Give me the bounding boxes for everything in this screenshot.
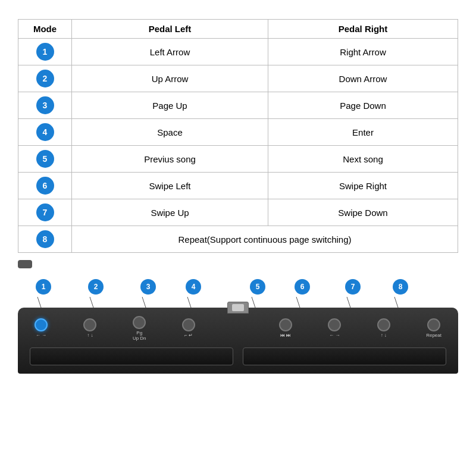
mode-cell: 4 [18,119,72,146]
col-header-mode: Mode [18,20,72,39]
svg-line-5 [296,297,300,308]
device-section: 12345678 ← →↑ ↓PgUp Dn⌐ ↵⏮ ⏭← →↑ ↓Repeat [18,274,458,374]
mode-cell: 2 [18,65,72,92]
button-circle-3 [133,316,146,329]
pedal-right-cell: Swipe Right [268,173,458,199]
mode-badge: 3 [36,96,54,114]
pedal-right-cell: Down Arrow [268,65,458,92]
device-badge-8: 8 [393,279,408,295]
mode-badge: 5 [36,150,54,168]
device-badge-1: 1 [36,279,51,295]
button-label-5: ⏮ ⏭ [280,333,291,339]
mode-badge: 7 [36,203,54,221]
table-row: 4SpaceEnter [18,119,458,146]
col-header-pedal-left: Pedal Left [72,20,268,39]
col-header-pedal-right: Pedal Right [268,20,458,39]
device-badge-6: 6 [295,279,310,295]
device-badge-label-7: 7 [345,279,361,295]
device-button-8[interactable]: Repeat [426,318,441,339]
table-row: 8Repeat(Support continuous page switchin… [18,226,458,253]
svg-line-1 [90,297,93,308]
mode-cell: 7 [18,199,72,226]
button-circle-5 [279,318,292,331]
svg-line-2 [142,297,146,308]
mode-cell: 8 [18,226,72,253]
pedal-left-cell: Swipe Up [72,199,268,226]
pedal-right-cell: Right Arrow [268,39,458,65]
device-badge-5: 5 [250,279,265,295]
pedal-left-cell: Left Arrow [72,39,268,65]
mode-badge: 8 [36,230,54,248]
pedal-right[interactable] [243,347,446,365]
button-label-3: PgUp Dn [133,331,146,342]
button-circle-1 [35,318,48,331]
svg-line-6 [347,297,350,308]
mode-badge: 2 [36,70,54,87]
device-badge-4: 4 [186,279,201,295]
mode-span-cell: Repeat(Support continuous page switching… [72,226,458,253]
device-button-5[interactable]: ⏮ ⏭ [279,318,292,339]
pedal-left-cell: Page Up [72,92,268,119]
mode-cell: 6 [18,173,72,199]
pedals-row [30,347,446,365]
pedal-right-cell: Swipe Down [268,199,458,226]
device-button-7[interactable]: ↑ ↓ [377,318,390,339]
mode-cell: 5 [18,146,72,173]
device-badge-label-5: 5 [250,279,265,295]
buttons-row: ← →↑ ↓PgUp Dn⌐ ↵⏮ ⏭← →↑ ↓Repeat [30,314,446,344]
mode-badge: 4 [36,123,54,141]
button-circle-8 [427,318,440,331]
pedal-right-cell: Page Down [268,92,458,119]
device-badge-3: 3 [140,279,156,295]
modes-table: Mode Pedal Left Pedal Right 1Left ArrowR… [18,19,458,253]
center-connector [227,302,249,314]
pedal-left-cell: Space [72,119,268,146]
device-button-1[interactable]: ← → [35,318,48,339]
pedal-right-cell: Next song [268,146,458,173]
button-circle-7 [377,318,390,331]
table-row: 3Page UpPage Down [18,92,458,119]
pedal-right-cell: Enter [268,119,458,146]
table-row: 1Left ArrowRight Arrow [18,39,458,65]
svg-line-4 [252,297,255,308]
device-badge-label-2: 2 [88,279,104,295]
device-button-3[interactable]: PgUp Dn [133,316,146,342]
svg-line-0 [37,297,41,308]
badge-row: 12345678 [24,274,452,297]
mode-cell: 1 [18,39,72,65]
pedal-left[interactable] [30,347,233,365]
table-row: 2Up ArrowDown Arrow [18,65,458,92]
table-row: 6Swipe LeftSwipe Right [18,173,458,199]
button-label-1: ← → [36,333,46,339]
device-badge-2: 2 [88,279,104,295]
table-row: 5Previus songNext song [18,146,458,173]
trs-label [18,260,32,268]
pedal-left-cell: Swipe Left [72,173,268,199]
button-circle-4 [182,318,195,331]
trs-section [18,260,458,268]
device-badge-label-8: 8 [393,279,408,295]
pedal-left-cell: Up Arrow [72,65,268,92]
svg-line-7 [394,297,398,308]
button-circle-2 [83,318,96,331]
device-button-6[interactable]: ← → [328,318,341,339]
table-row: 7Swipe UpSwipe Down [18,199,458,226]
device-badge-label-6: 6 [295,279,310,295]
button-label-8: Repeat [426,333,441,339]
mode-badge: 6 [36,177,54,195]
button-label-2: ↑ ↓ [87,333,93,339]
device-body: ← →↑ ↓PgUp Dn⌐ ↵⏮ ⏭← →↑ ↓Repeat [18,308,458,374]
device-badge-7: 7 [345,279,361,295]
device-badge-label-1: 1 [36,279,51,295]
device-button-2[interactable]: ↑ ↓ [83,318,96,339]
button-label-4: ⌐ ↵ [184,333,193,339]
connector-knob [232,304,244,311]
button-label-7: ↑ ↓ [381,333,387,339]
mode-cell: 3 [18,92,72,119]
device-button-4[interactable]: ⌐ ↵ [182,318,195,339]
button-circle-6 [328,318,341,331]
mode-badge: 1 [36,43,54,61]
pedal-left-cell: Previus song [72,146,268,173]
device-badge-label-4: 4 [186,279,201,295]
button-label-6: ← → [329,333,340,339]
